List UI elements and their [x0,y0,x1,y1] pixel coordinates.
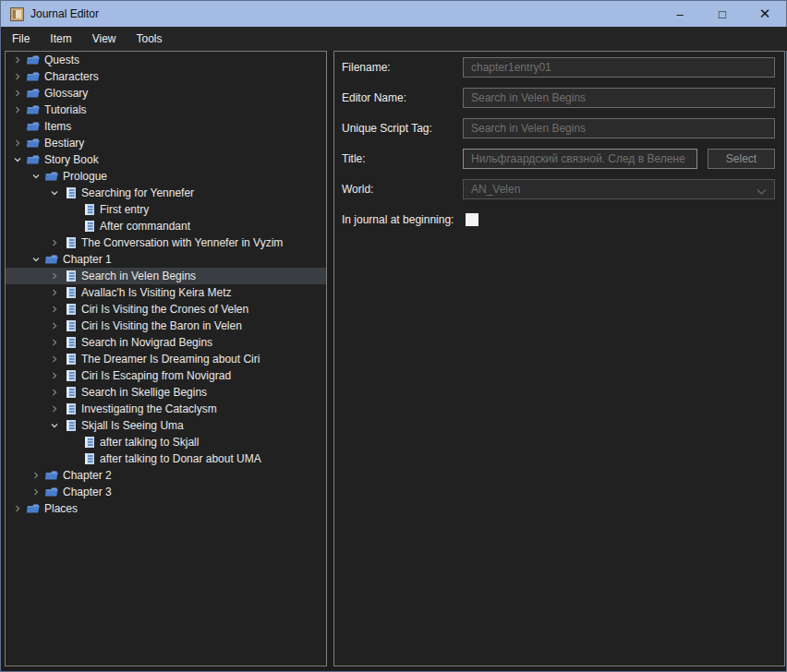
chevron-right-icon[interactable] [9,504,26,513]
tree-item[interactable]: Ciri Is Visiting the Baron in Velen [6,318,326,334]
folder-icon [26,88,42,99]
chevron-right-icon[interactable] [46,404,63,414]
chevron-down-icon[interactable] [46,421,63,430]
title-input[interactable] [463,149,697,169]
document-icon [81,204,97,215]
tree-item[interactable]: Ciri Is Visiting the Crones of Velen [6,301,326,318]
menubar: File Item View Tools [2,27,787,51]
tree-item[interactable]: Items [6,118,326,135]
title-label: Title: [342,152,463,165]
tree-item-label: Prologue [63,170,111,183]
tree-item[interactable]: Ciri Is Escaping from Novigrad [6,367,326,384]
tree-item[interactable]: Characters [6,68,326,85]
chevron-right-icon[interactable] [9,55,26,65]
maximize-button[interactable]: □ [701,1,744,27]
journal-tree: QuestsCharactersGlossaryTutorialsItemsBe… [5,51,327,666]
document-icon [63,270,79,282]
chevron-right-icon[interactable] [9,89,26,98]
tree-item[interactable]: Chapter 2 [6,467,326,484]
menu-tools[interactable]: Tools [126,29,172,49]
world-dropdown[interactable]: AN_Velen [463,179,775,199]
chevron-down-icon[interactable] [9,155,26,164]
tree-item[interactable]: after talking to Skjall [6,434,326,450]
menu-item[interactable]: Item [40,29,81,49]
document-icon [81,221,97,232]
in-journal-checkbox[interactable] [466,213,478,226]
chevron-right-icon[interactable] [46,288,63,297]
folder-icon [26,71,42,82]
chevron-right-icon[interactable] [46,305,63,314]
journal-editor-window: Journal Editor – □ ✕ File Item View Tool… [0,0,787,672]
tree-item[interactable]: First entry [6,201,326,218]
chevron-right-icon[interactable] [46,354,63,364]
chevron-right-icon[interactable] [46,371,63,380]
unique-script-tag-row: Unique Script Tag: [342,118,775,138]
tree-item[interactable]: After commandant [6,218,326,234]
tree-item[interactable]: The Conversation with Yennefer in Vyzim [6,234,326,251]
filename-input[interactable] [463,57,775,78]
document-icon [63,304,79,315]
document-icon [63,287,79,298]
tree-item-label: Skjall Is Seeing Uma [81,419,188,432]
tree-item-label: First entry [100,203,152,216]
chevron-right-icon[interactable] [46,321,63,330]
tree-item-label: Characters [44,70,103,83]
chevron-right-icon[interactable] [9,138,26,148]
document-icon [81,437,97,448]
chevron-right-icon[interactable] [28,471,44,480]
tree-item-label: Quests [44,54,83,66]
tree-item[interactable]: Skjall Is Seeing Uma [6,417,326,434]
tree-item[interactable]: Quests [6,52,326,68]
tree-item[interactable]: after talking to Donar about UMA [6,450,326,467]
tree-item[interactable]: Bestiary [6,135,326,151]
chevron-right-icon[interactable] [9,72,26,81]
chevron-right-icon[interactable] [28,487,44,497]
select-title-button[interactable]: Select [708,149,775,169]
folder-icon [26,138,42,149]
tree-item-label: Searching for Yennefer [81,186,198,199]
in-journal-label: In journal at beginning: [342,213,466,226]
chevron-down-icon [757,186,767,198]
editor-name-input[interactable] [463,88,775,108]
tree-item-label: The Conversation with Yennefer in Vyzim [81,236,286,249]
close-button[interactable]: ✕ [744,1,786,27]
chevron-right-icon[interactable] [46,338,63,347]
chevron-down-icon[interactable] [28,255,44,264]
menu-file[interactable]: File [2,29,40,49]
tree-item-label: after talking to Skjall [100,436,202,449]
in-journal-row: In journal at beginning: [342,210,775,230]
minimize-button[interactable]: – [659,1,701,27]
folder-icon [44,486,60,498]
folder-icon [44,171,60,182]
tree-item[interactable]: Chapter 3 [6,484,326,500]
tree-item[interactable]: Investigating the Cataclysm [6,401,326,417]
tree-item-label: Glossary [44,87,91,100]
world-label: World: [342,183,463,196]
tree-item[interactable]: Story Book [6,151,326,168]
tree-item-label: Tutorials [44,103,91,116]
folder-icon [26,154,42,165]
chevron-right-icon[interactable] [9,105,26,114]
chevron-down-icon[interactable] [28,172,44,181]
tree-item[interactable]: Avallac'h Is Visiting Keira Metz [6,284,326,301]
chevron-right-icon[interactable] [46,271,63,281]
tree-item[interactable]: Search in Novigrad Begins [6,334,326,351]
folder-icon [26,54,42,66]
chevron-right-icon[interactable] [46,238,63,247]
tree-item[interactable]: The Dreamer Is Dreaming about Ciri [6,351,326,367]
menu-view[interactable]: View [82,29,127,49]
tree-item[interactable]: Search in Skellige Begins [6,384,326,401]
chevron-right-icon[interactable] [46,388,63,397]
tree-item[interactable]: Glossary [6,85,326,102]
unique-script-tag-input[interactable] [463,118,775,138]
window-controls: – □ ✕ [659,1,786,27]
tree-item[interactable]: Searching for Yennefer [6,185,326,201]
tree-item[interactable]: Search in Velen Begins [6,268,326,284]
tree-item[interactable]: Tutorials [6,102,326,118]
world-row: World: AN_Velen [342,179,775,199]
tree-item[interactable]: Prologue [6,168,326,185]
document-icon [63,337,79,348]
tree-item[interactable]: Chapter 1 [6,251,326,268]
chevron-down-icon[interactable] [46,188,63,198]
tree-item[interactable]: Places [6,500,326,517]
